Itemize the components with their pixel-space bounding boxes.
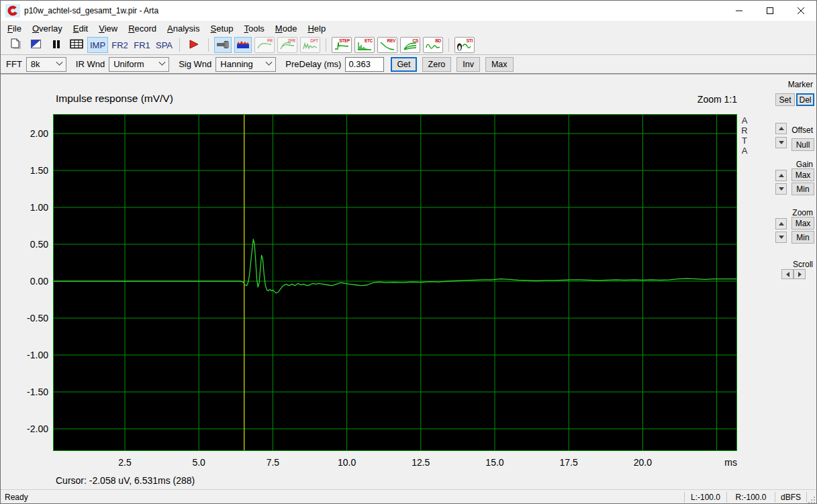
x-unit-label: ms: [707, 457, 737, 468]
gain-down-button[interactable]: [775, 183, 787, 195]
menu-overlay[interactable]: Overlay: [27, 22, 68, 35]
y-axis-tick-label: -0.50: [10, 313, 48, 323]
signal-generator-icon: [216, 40, 230, 51]
scroll-left-button[interactable]: [781, 269, 794, 279]
data-table-button[interactable]: [68, 37, 85, 53]
right-arrow-icon: [798, 272, 802, 277]
offset-down-button[interactable]: [775, 137, 787, 148]
zoom-up-button[interactable]: [775, 218, 787, 230]
arta-logo-icon: [7, 5, 18, 16]
menu-record[interactable]: Record: [123, 22, 162, 35]
fft-value: 8k: [31, 59, 40, 69]
menu-mode[interactable]: Mode: [270, 22, 303, 35]
status-cell-right-level: R:-100.0: [727, 490, 775, 504]
impulse-response-plot[interactable]: [53, 114, 737, 451]
status-cell-left-level: L:-100.0: [685, 490, 726, 504]
toolbar-separator: [326, 38, 326, 52]
zoom-down-button[interactable]: [775, 232, 787, 243]
resize-grip[interactable]: [807, 490, 816, 504]
overlay-manager-button[interactable]: [28, 37, 45, 53]
mode-button-fr2[interactable]: FR2: [109, 37, 130, 53]
toolbar-separator: [208, 38, 209, 52]
menu-analysis[interactable]: Analysis: [162, 22, 205, 35]
chart-panel: Impulse response (mV/V) Zoom 1:1 ARTA ms…: [1, 74, 773, 489]
main-area: Impulse response (mV/V) Zoom 1:1 ARTA ms…: [1, 74, 816, 489]
predelay-input[interactable]: [345, 57, 384, 72]
x-axis-tick-label: 7.5: [256, 457, 289, 468]
sig-wnd-select[interactable]: Hanning: [215, 57, 276, 72]
icon-label: STI: [467, 38, 473, 43]
get-button[interactable]: Get: [391, 57, 416, 72]
x-axis-tick-label: 10.0: [330, 457, 364, 468]
scroll-right-button[interactable]: [794, 269, 806, 279]
y-axis-tick-label: -1.50: [10, 387, 48, 397]
menu-file[interactable]: File: [2, 22, 27, 35]
marker-del-button[interactable]: Del: [796, 93, 814, 106]
zero-button[interactable]: Zero: [422, 57, 452, 72]
zoom-level-label: Zoom 1:1: [670, 94, 737, 105]
gain-max-button[interactable]: Max: [791, 168, 814, 181]
new-document-button[interactable]: [7, 37, 25, 53]
y-axis-tick-label: -2.00: [10, 423, 48, 434]
down-arrow-icon: [779, 141, 784, 144]
y-axis-tick-label: 1.50: [10, 165, 48, 176]
dft-spectrum-button[interactable]: DFT: [300, 37, 320, 53]
fft-label: FFT: [6, 59, 22, 69]
cumulative-spectrum-button[interactable]: CS: [400, 37, 420, 53]
offset-up-button[interactable]: [775, 123, 787, 134]
chart-title: Impulse response (mV/V): [56, 93, 173, 105]
fft-select[interactable]: 8k: [26, 57, 66, 72]
menu-bar: FileOverlayEditViewRecordAnalysisSetupTo…: [1, 21, 816, 36]
icon-label: DFT: [310, 38, 318, 43]
zoom-section-label: Zoom: [792, 208, 813, 217]
close-button[interactable]: [785, 1, 816, 21]
signal-time-record-button[interactable]: [234, 37, 252, 53]
menu-setup[interactable]: Setup: [205, 22, 238, 35]
speech-intelligibility-button[interactable]: STI: [454, 37, 475, 53]
watermark-letter: R: [740, 125, 749, 136]
ir-wnd-select[interactable]: Uniform: [109, 57, 169, 72]
max-button[interactable]: Max: [485, 57, 514, 72]
y-axis-tick-label: 0.00: [10, 276, 48, 287]
minimize-button[interactable]: [724, 1, 755, 21]
title-bar: p10w_achtel-sd_gesamt_1w.pir - Arta: [1, 1, 816, 21]
menu-tools[interactable]: Tools: [238, 22, 269, 35]
pause-button[interactable]: [48, 37, 65, 53]
new-document-icon: [9, 38, 23, 52]
frequency-response-button[interactable]: FR: [254, 37, 275, 53]
cursor-readout: Cursor: -2.058 uV, 6.531ms (288): [56, 475, 195, 486]
maximize-button[interactable]: [755, 1, 785, 21]
up-arrow-icon: [779, 174, 784, 177]
icon-label: BD: [435, 38, 441, 43]
zoom-max-button[interactable]: Max: [791, 217, 814, 230]
reverberation-button[interactable]: REV: [377, 37, 397, 53]
zoom-min-button[interactable]: Min: [791, 231, 814, 244]
status-cell-units: dBFS: [775, 490, 806, 504]
offset-section-label: Offset: [791, 125, 813, 135]
arta-app-icon[interactable]: [5, 4, 20, 17]
menu-view[interactable]: View: [93, 22, 123, 35]
record-play-icon: [189, 40, 199, 51]
dual-frequency-response-button[interactable]: 2FR: [277, 37, 297, 53]
energy-time-curve-button[interactable]: ETC: [354, 37, 375, 53]
toolbar: IMPFR2FR1SPAFR2FRDFTSTEPETCREVCSBDSTI: [1, 36, 816, 55]
gain-up-button[interactable]: [775, 170, 787, 181]
inv-button[interactable]: Inv: [456, 57, 480, 72]
mode-button-fr1[interactable]: FR1: [132, 37, 152, 53]
signal-generator-button[interactable]: [214, 37, 232, 53]
menu-edit[interactable]: Edit: [68, 22, 93, 35]
resize-grip-icon: [808, 496, 816, 504]
step-response-button[interactable]: STEP: [332, 37, 352, 53]
marker-set-button[interactable]: Set: [775, 93, 795, 106]
up-arrow-icon: [779, 127, 784, 130]
menu-help[interactable]: Help: [302, 22, 331, 35]
burst-decay-button[interactable]: BD: [423, 37, 443, 53]
up-arrow-icon: [779, 222, 784, 225]
sig-wnd-value: Hanning: [220, 59, 252, 69]
record-play-button[interactable]: [185, 37, 203, 53]
offset-null-button[interactable]: Null: [791, 138, 814, 151]
icon-label: CS: [413, 38, 418, 43]
gain-min-button[interactable]: Min: [791, 183, 814, 195]
mode-button-imp[interactable]: IMP: [87, 37, 108, 53]
mode-button-spa[interactable]: SPA: [154, 37, 175, 53]
